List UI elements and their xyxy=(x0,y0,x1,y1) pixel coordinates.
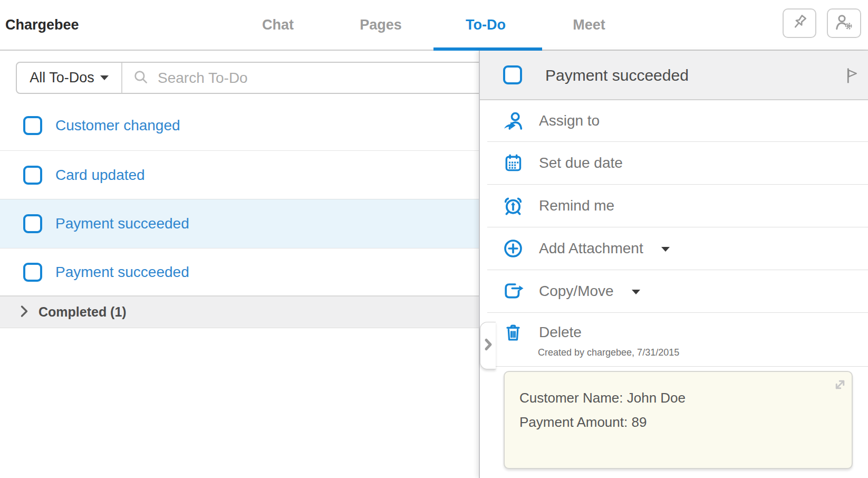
divider xyxy=(487,366,868,367)
detail-checkbox[interactable] xyxy=(503,65,522,84)
tab-chat[interactable]: Chat xyxy=(262,0,294,50)
brand-logo: Chargebee xyxy=(5,0,79,50)
menu-label: Remind me xyxy=(539,197,614,214)
expand-icon[interactable] xyxy=(831,375,850,394)
menu-item-add-attachment[interactable]: Add Attachment xyxy=(480,227,868,270)
todo-item-selected[interactable]: Payment succeeded xyxy=(0,199,480,248)
caret-down-icon xyxy=(100,75,109,80)
menu-label: Assign to xyxy=(539,112,600,129)
todo-rows: Customer changed Card updated Payment su… xyxy=(0,100,480,328)
completed-section-toggle[interactable]: Completed (1) xyxy=(0,295,480,328)
alarm-icon xyxy=(502,195,524,216)
tab-todo[interactable]: To-Do xyxy=(466,0,506,50)
todo-item[interactable]: Customer changed xyxy=(0,100,480,150)
tab-pages[interactable]: Pages xyxy=(360,0,402,50)
todo-list-panel: All To-Dos Customer changed C xyxy=(0,51,480,478)
todo-checkbox[interactable] xyxy=(23,214,42,233)
todo-item-label: Payment succeeded xyxy=(55,215,189,232)
chevron-right-icon xyxy=(484,338,493,353)
menu-item-copy-move[interactable]: Copy/Move xyxy=(480,270,868,312)
menu-label: Add Attachment xyxy=(539,240,643,257)
menu-label: Copy/Move xyxy=(539,283,614,300)
menu-item-remind-me[interactable]: Remind me xyxy=(480,184,868,227)
detail-header: Payment succeeded xyxy=(480,51,868,100)
todo-filter-dropdown[interactable]: All To-Dos xyxy=(17,63,122,93)
todo-detail-panel: Payment succeeded xyxy=(479,51,868,478)
top-bar: Chargebee Chat Pages To-Do Meet xyxy=(0,0,868,51)
todo-filter-label: All To-Dos xyxy=(30,70,94,86)
todo-toolbar: All To-Dos xyxy=(16,62,480,94)
calendar-icon xyxy=(502,152,524,174)
flag-icon[interactable] xyxy=(845,64,861,87)
menu-item-set-due-date[interactable]: Set due date xyxy=(480,141,868,184)
menu-label: Set due date xyxy=(539,155,623,171)
note-line: Payment Amount: 89 xyxy=(519,410,820,434)
completed-label: Completed (1) xyxy=(38,304,127,320)
search-input[interactable] xyxy=(158,70,480,87)
todo-search xyxy=(122,63,480,93)
assign-icon xyxy=(502,110,524,131)
search-icon xyxy=(133,69,149,87)
copy-move-icon xyxy=(502,281,524,302)
todo-item-label: Customer changed xyxy=(55,117,180,134)
user-gear-icon xyxy=(834,13,855,34)
caret-down-icon xyxy=(661,247,670,252)
pin-button[interactable] xyxy=(783,8,816,38)
todo-checkbox[interactable] xyxy=(23,166,42,185)
todo-item[interactable]: Payment succeeded xyxy=(0,248,480,295)
todo-item-label: Payment succeeded xyxy=(55,264,189,281)
detail-title: Payment succeeded xyxy=(545,51,689,100)
note-box[interactable]: Customer Name: John Doe Payment Amount: … xyxy=(504,371,853,469)
pin-icon xyxy=(790,13,809,34)
app-window: Chargebee Chat Pages To-Do Meet xyxy=(0,0,868,478)
plus-circle-icon xyxy=(502,238,524,259)
panel-collapse-handle[interactable] xyxy=(480,322,496,369)
created-by-caption: Created by chargebee, 7/31/2015 xyxy=(538,347,868,358)
todo-item-label: Card updated xyxy=(55,167,145,184)
todo-checkbox[interactable] xyxy=(23,116,42,135)
tab-meet[interactable]: Meet xyxy=(573,0,605,50)
chevron-right-icon xyxy=(18,304,30,320)
caret-down-icon xyxy=(632,290,640,294)
contacts-settings-button[interactable] xyxy=(827,8,861,38)
menu-item-delete: Delete Created by chargebee, 7/31/2015 xyxy=(480,312,868,366)
trash-icon xyxy=(502,322,524,343)
todo-item[interactable]: Card updated xyxy=(0,150,480,199)
detail-menu: Assign to xyxy=(480,100,868,366)
menu-item-assign-to[interactable]: Assign to xyxy=(480,100,868,141)
menu-label: Delete xyxy=(539,324,582,341)
note-line: Customer Name: John Doe xyxy=(519,386,820,410)
todo-checkbox[interactable] xyxy=(23,263,42,282)
delete-action[interactable]: Delete xyxy=(502,320,868,345)
